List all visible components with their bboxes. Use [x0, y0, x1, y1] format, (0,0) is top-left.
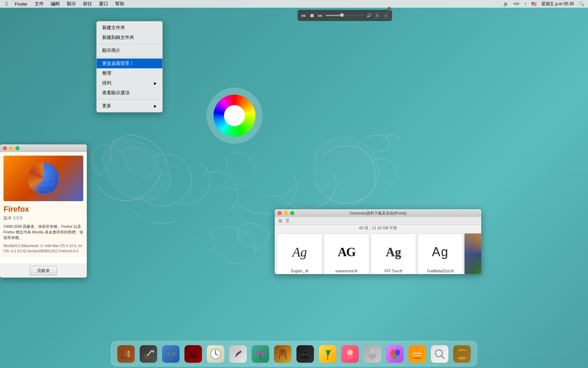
firefox-footer: 貢獻者 — [0, 264, 87, 278]
menu-show-info[interactable]: 顯示簡介 — [97, 46, 162, 55]
dock-item-pen[interactable] — [227, 343, 248, 364]
hat-dock-icon — [184, 345, 202, 363]
font-window-titlebar: /Volumes/資料下載及其他/[Fonts] — [275, 209, 481, 217]
menu-sort[interactable]: 排列 ▶ — [97, 78, 162, 88]
firefox-details: Mozilla/5.0 (Macintosh; U; Intel Mac OS … — [4, 243, 83, 254]
dock-item-barrel[interactable] — [451, 343, 472, 364]
menubar-view[interactable]: 顯示 — [64, 0, 79, 8]
menu-new-burn-folder[interactable]: 新建刻錄文件夾 — [97, 33, 162, 42]
font-preview-english: Ag — [279, 235, 321, 268]
upload-menubar-icon[interactable]: ↑ — [523, 1, 527, 6]
media-stop-button[interactable]: ⏹ — [309, 12, 315, 19]
firefox-logo-area — [4, 156, 83, 201]
tropical-dock-icon — [319, 345, 336, 363]
font-item-ffftusi[interactable]: Ag FFF Tusi.ttf — [371, 233, 416, 274]
svg-rect-7 — [127, 350, 130, 358]
font-toolbar-icon-1[interactable]: ⊞ — [278, 218, 283, 224]
svg-line-25 — [279, 355, 280, 359]
svg-point-31 — [347, 350, 353, 355]
font-minimize-button[interactable] — [284, 211, 288, 215]
font-name-english: English_.ttf — [291, 269, 308, 273]
font-item-english[interactable]: Ag English_.ttf — [277, 233, 322, 274]
menu-change-wallpaper[interactable]: 更改桌面背景！ — [97, 59, 162, 68]
dock — [111, 341, 477, 366]
svg-point-20 — [215, 354, 216, 355]
font-window: /Volumes/資料下載及其他/[Fonts] ⊞ ☰ 43 項，11.15 … — [275, 209, 481, 274]
firefox-app-title: Firefox — [4, 205, 83, 214]
media-extra-btn-2[interactable]: ⊟ — [383, 13, 389, 19]
clock-menubar-icon[interactable]: 🕐 — [492, 1, 499, 6]
menubar:  Finder 文件 編輯 顯示 前往 窗口 幫助 🕐 🔊 </> ↑ 🇺🇸 … — [0, 0, 588, 8]
firefox-minimize-button[interactable] — [9, 146, 13, 150]
dock-item-anime[interactable] — [340, 343, 360, 364]
media-progress-bar[interactable] — [326, 15, 364, 16]
menubar-finder[interactable]: Finder — [12, 1, 30, 7]
font-item-evanescent[interactable]: AG evanescent.ttf — [324, 233, 369, 274]
dock-item-balloon[interactable] — [384, 343, 405, 364]
dock-item-hat[interactable] — [183, 343, 204, 364]
font-item-extra[interactable] — [464, 233, 481, 274]
menu-arrange[interactable]: 整理 — [97, 68, 162, 78]
search-menubar-icon[interactable]: 🔍 — [578, 1, 585, 6]
firefox-maximize-button[interactable] — [15, 146, 20, 150]
media-extra-btn-1[interactable]: ⊞ — [374, 13, 380, 19]
font-preview-frailbeda: Ag — [419, 235, 461, 268]
svg-rect-23 — [279, 353, 286, 355]
flag-menubar-icon[interactable]: 🇺🇸 — [530, 1, 538, 6]
menubar-help[interactable]: 幫助 — [112, 0, 127, 8]
firefox-description: ©998-2008 貢獻者。保留所有權。Firefox 以及 Firefox 標… — [4, 224, 83, 240]
globe-dock-icon — [162, 345, 180, 363]
menu-divider-1 — [97, 44, 162, 44]
media-progress-fill — [326, 15, 341, 16]
firefox-version: 版本 3.0.6 — [4, 215, 83, 221]
svg-rect-6 — [124, 350, 127, 358]
menubar-edit[interactable]: 編輯 — [48, 0, 63, 8]
svg-line-45 — [441, 356, 444, 359]
menubar-go[interactable]: 前往 — [80, 0, 95, 8]
dock-item-cone[interactable] — [407, 343, 428, 364]
svg-rect-16 — [191, 353, 196, 354]
font-close-button[interactable] — [278, 211, 282, 215]
dock-item-globe[interactable] — [160, 343, 181, 364]
arrows-menubar-icon[interactable]: </> — [512, 1, 520, 6]
magnifier-dock-icon — [431, 345, 448, 363]
svg-rect-5 — [121, 350, 124, 358]
font-name-frailbeda: FrailBeda22cd.ttf — [427, 269, 454, 273]
magician-dock-icon — [296, 345, 314, 363]
font-maximize-button[interactable] — [290, 211, 294, 215]
sort-arrow-icon: ▶ — [154, 81, 157, 85]
menu-view-options[interactable]: 查看顯示選項 — [97, 88, 162, 98]
menubar-file[interactable]: 文件 — [32, 0, 47, 8]
media-next-button[interactable]: ⏭ — [317, 12, 323, 19]
firefox-close-button[interactable] — [3, 146, 7, 150]
clock-dock-icon — [207, 345, 224, 363]
dock-item-chair[interactable] — [272, 343, 293, 364]
media-prev-button[interactable]: ⏮ — [300, 12, 307, 19]
menu-more[interactable]: 更多 ▶ — [97, 101, 162, 111]
dock-item-magnifier[interactable] — [429, 343, 450, 364]
apple-menu[interactable]:  — [3, 1, 10, 7]
dock-item-tropical[interactable] — [317, 343, 338, 364]
dock-item-umbrella[interactable] — [250, 343, 271, 364]
menubar-window[interactable]: 窗口 — [96, 0, 111, 8]
font-item-frailbeda[interactable]: Ag FrailBeda22cd.ttf — [418, 233, 463, 274]
svg-rect-8 — [121, 357, 131, 359]
dock-item-magician[interactable] — [295, 343, 316, 364]
media-close-button[interactable]: × — [387, 7, 391, 11]
dock-item-clock[interactable] — [205, 343, 226, 364]
font-name-evanescent: evanescent.ttf — [336, 269, 357, 273]
dock-item-gramophone[interactable] — [138, 343, 159, 364]
firefox-credits-button[interactable]: 貢獻者 — [30, 266, 57, 275]
dock-item-library[interactable] — [115, 343, 136, 364]
font-name-ffftusi: FFF Tusi.ttf — [385, 269, 402, 273]
font-info: 43 項，11.15 GB 可用 — [275, 225, 481, 231]
umbrella-dock-icon — [252, 345, 269, 363]
font-toolbar-icon-2[interactable]: ☰ — [285, 218, 290, 224]
dock-item-statue[interactable] — [362, 343, 383, 364]
cone-dock-icon — [408, 345, 426, 363]
svg-rect-29 — [303, 354, 308, 355]
volume-menubar-icon[interactable]: 🔊 — [502, 1, 510, 6]
color-wheel — [206, 88, 262, 144]
font-grid: Ag English_.ttf AG evanescent.ttf Ag FFF… — [275, 231, 481, 274]
menu-new-folder[interactable]: 新建文件夾 — [97, 23, 162, 33]
